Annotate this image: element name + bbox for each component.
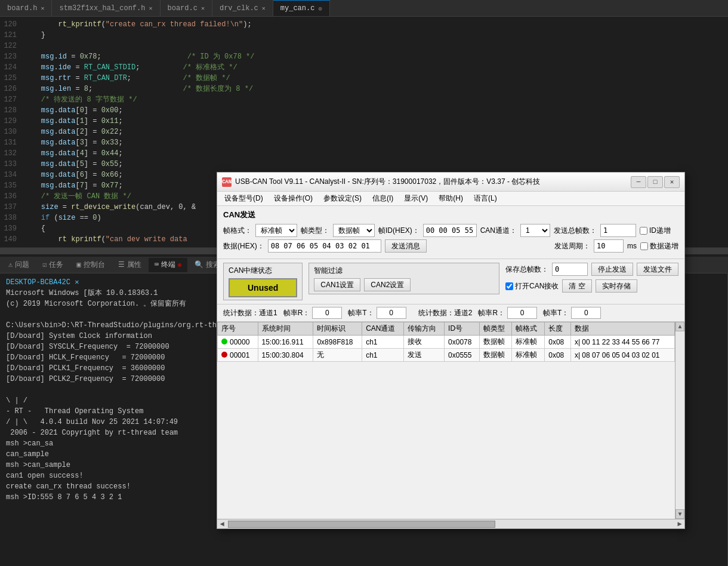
code-line: 124 msg.ide = RT_CAN_STDID; /* 标准格式 */ (0, 62, 728, 73)
can-tool-window: CAN USB-CAN Tool V9.11 - CANalyst-II - S… (217, 172, 685, 529)
tab-my-can[interactable]: my_can.c ⊗ (273, 0, 330, 16)
frame-id-label: 帧ID(HEX)： (378, 226, 419, 236)
cell-time-id: 0x898F818 (313, 336, 362, 349)
send-count-input[interactable] (600, 224, 636, 237)
stats-row: 统计数据：通道1 帧率R： 帧率T： 统计数据：通道2 帧率R： 帧率T： (217, 304, 684, 322)
send-section-title: CAN发送 (223, 210, 678, 220)
table-row: 00001 15:00:30.804 无 ch1 发送 0x0555 数据帧 标… (218, 349, 675, 362)
frame-type-select[interactable]: 标准帧 (255, 224, 297, 237)
menu-display[interactable]: 显示(V) (399, 192, 433, 205)
horizontal-scrollbar[interactable]: ◀ ▶ (217, 519, 684, 528)
vscroll-track[interactable] (675, 331, 684, 509)
col-id: ID号 (445, 322, 480, 336)
tab-close-board-h[interactable]: ✕ (41, 5, 44, 12)
can1-settings-button[interactable]: CAN1设置 (314, 278, 360, 291)
data-table: 序号 系统时间 时间标识 CAN通道 传输方向 ID号 帧类型 帧格式 长度 数… (217, 322, 675, 362)
id-increment-checkbox[interactable] (640, 227, 647, 235)
data-increment-checkbox[interactable] (640, 242, 648, 250)
code-line: 130 msg.data[2] = 0x22; (0, 127, 728, 137)
tab-stm32-conf[interactable]: stm32f1xx_hal_conf.h ✕ (52, 0, 160, 16)
stats-ch2-rate-t-input[interactable] (571, 307, 601, 319)
can-window-title: USB-CAN Tool V9.11 - CANalyst-II - SN:序列… (235, 177, 627, 187)
code-line: 129 msg.data[1] = 0x11; (0, 116, 728, 127)
col-length: 长度 (545, 322, 571, 336)
can2-settings-button[interactable]: CAN2设置 (364, 278, 411, 291)
menu-device-type[interactable]: 设备型号(D) (220, 192, 268, 205)
table-vscroll: ▲ ▼ (675, 322, 684, 519)
frame-id-input[interactable] (423, 224, 477, 237)
cell-channel: ch1 (362, 336, 404, 349)
panel-tab-console[interactable]: ▣ 控制台 (70, 258, 110, 272)
hscroll-thumb[interactable] (228, 521, 495, 528)
menu-language[interactable]: 语言(L) (469, 192, 502, 205)
menu-params[interactable]: 参数设定(S) (319, 192, 366, 205)
col-frame-type: 帧类型 (479, 322, 512, 336)
cell-frame-type: 数据帧 (479, 336, 512, 349)
unused-button[interactable]: Unused (229, 278, 297, 297)
period-unit: ms (627, 242, 637, 250)
menu-help[interactable]: 帮助(H) (434, 192, 468, 205)
vscroll-down-button[interactable]: ▼ (675, 509, 684, 519)
can-type-select[interactable]: 数据帧 (333, 224, 375, 237)
panel-tab-problems[interactable]: ⚠ 问题 (2, 258, 35, 272)
stats-ch1-rate-t-input[interactable] (377, 307, 406, 319)
period-input[interactable] (594, 239, 624, 253)
vscroll-up-button[interactable]: ▲ (675, 322, 684, 331)
relay-section: CAN中继状态 Unused (223, 263, 303, 300)
panel-tab-tasks[interactable]: ☑ 任务 (36, 258, 69, 272)
can-send-section: CAN发送 帧格式： 标准帧 帧类型： 数据帧 帧ID(HEX)： CAN通道：… (217, 206, 684, 259)
data-hex-label: 数据(HEX)： (223, 241, 264, 251)
tab-close-stm32-conf[interactable]: ✕ (149, 5, 152, 12)
stats-ch2-rate-r: 帧率R： (478, 307, 537, 319)
tab-close-board-c[interactable]: ✕ (201, 5, 205, 12)
col-seq: 序号 (218, 322, 258, 336)
cell-data: x| 00 11 22 33 44 55 66 77 (570, 336, 674, 349)
code-line: 123 msg.id = 0x78; /* ID 为 0x78 */ (0, 51, 728, 62)
filter-title: 智能过滤 (314, 266, 494, 276)
code-line: 133 msg.data[5] = 0x55; (0, 159, 728, 170)
stop-send-button[interactable]: 停止发送 (591, 263, 633, 276)
tab-drv-clk[interactable]: drv_clk.c ✕ (212, 0, 273, 16)
data-increment-label[interactable]: 数据递增 (640, 241, 678, 251)
save-count-input[interactable] (552, 263, 588, 276)
send-message-button[interactable]: 发送消息 (385, 239, 427, 253)
open-can-receive-checkbox[interactable] (505, 282, 513, 290)
stats-ch2-rate-r-input[interactable] (507, 307, 537, 319)
relay-title: CAN中继状态 (229, 266, 297, 276)
maximize-button[interactable]: □ (647, 176, 663, 188)
panel-tab-terminal[interactable]: ⌨ 终端 ⊗ (149, 258, 187, 272)
cell-id: 0x0078 (445, 336, 480, 349)
hscroll-track[interactable] (228, 521, 674, 528)
open-can-receive-label[interactable]: 打开CAN接收 (505, 281, 559, 291)
realtime-save-button[interactable]: 实时存储 (596, 279, 637, 293)
cell-sys-time: 15:00:16.911 (258, 336, 313, 349)
save-count-row: 保存总帧数： 停止发送 发送文件 (505, 263, 678, 276)
hscroll-right-button[interactable]: ▶ (675, 519, 684, 528)
id-increment-label[interactable]: ID递增 (640, 226, 671, 236)
code-line: 126 msg.len = 8; /* 数据长度为 8 */ (0, 84, 728, 94)
clear-button[interactable]: 清 空 (562, 279, 591, 293)
table-row: 00000 15:00:16.911 0x898F818 ch1 接收 0x00… (218, 336, 675, 349)
close-button[interactable]: ✕ (664, 176, 680, 188)
minimize-button[interactable]: ─ (631, 176, 646, 188)
panel-tab-properties[interactable]: ☰ 属性 (112, 258, 147, 272)
col-data: 数据 (570, 322, 674, 336)
tab-board-c[interactable]: board.c ✕ (161, 0, 212, 16)
menu-info[interactable]: 信息(I) (368, 192, 398, 205)
stats-ch1-rate-r-input[interactable] (312, 307, 342, 319)
hscroll-left-button[interactable]: ◀ (217, 519, 227, 528)
data-hex-input[interactable] (268, 239, 381, 253)
can-channel-label: CAN通道： (480, 226, 517, 236)
stats-ch1: 统计数据：通道1 帧率R： 帧率T： (223, 307, 406, 319)
table-scroll-area[interactable]: 序号 系统时间 时间标识 CAN通道 传输方向 ID号 帧类型 帧格式 长度 数… (217, 322, 675, 519)
send-file-button[interactable]: 发送文件 (637, 263, 678, 276)
period-label: 发送周期： (554, 241, 590, 251)
save-count-label: 保存总帧数： (505, 264, 548, 275)
tab-close-drv-clk[interactable]: ✕ (262, 5, 266, 12)
menu-device-op[interactable]: 设备操作(O) (269, 192, 317, 205)
stats-ch1-rate-r: 帧率R： (283, 307, 343, 319)
status-dot-red (221, 352, 227, 358)
can-body: CAN发送 帧格式： 标准帧 帧类型： 数据帧 帧ID(HEX)： CAN通道：… (217, 206, 684, 528)
can-channel-select[interactable]: 1 (520, 224, 550, 237)
tab-board-h[interactable]: board.h ✕ (0, 0, 52, 16)
